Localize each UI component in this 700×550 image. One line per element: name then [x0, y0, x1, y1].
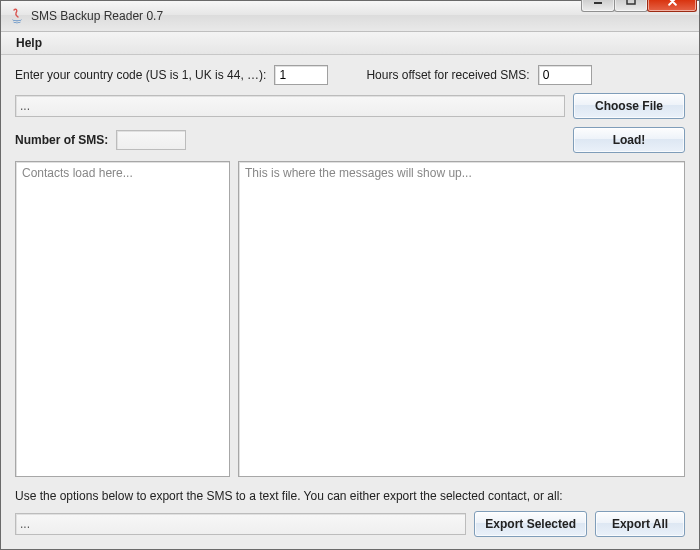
export-selected-button[interactable]: Export Selected: [474, 511, 587, 537]
menu-bar: Help: [1, 32, 699, 55]
window-title: SMS Backup Reader 0.7: [31, 9, 582, 23]
svg-rect-1: [627, 0, 635, 4]
sms-count-label: Number of SMS:: [15, 133, 108, 147]
contacts-placeholder: Contacts load here...: [22, 166, 133, 180]
load-button[interactable]: Load!: [573, 127, 685, 153]
close-button[interactable]: [647, 0, 697, 12]
hours-offset-label: Hours offset for received SMS:: [366, 68, 529, 82]
messages-view[interactable]: This is where the messages will show up.…: [238, 161, 685, 477]
main-panels: Contacts load here... This is where the …: [15, 161, 685, 477]
export-file-path-text: ...: [20, 517, 30, 531]
settings-row: Enter your country code (US is 1, UK is …: [15, 65, 685, 85]
file-chooser-row: ... Choose File: [15, 93, 685, 119]
export-instructions: Use the options below to export the SMS …: [15, 485, 685, 503]
content-area: Enter your country code (US is 1, UK is …: [1, 55, 699, 549]
export-row: ... Export Selected Export All: [15, 511, 685, 537]
export-all-button[interactable]: Export All: [595, 511, 685, 537]
maximize-button[interactable]: [614, 0, 648, 12]
country-code-label: Enter your country code (US is 1, UK is …: [15, 68, 266, 82]
load-row: Number of SMS: Load!: [15, 127, 685, 153]
export-file-path: ...: [15, 513, 466, 535]
country-code-input[interactable]: [274, 65, 328, 85]
minimize-button[interactable]: [581, 0, 615, 12]
titlebar[interactable]: SMS Backup Reader 0.7: [1, 1, 699, 32]
svg-rect-0: [594, 2, 602, 4]
window-controls: [582, 0, 697, 11]
menu-help[interactable]: Help: [7, 33, 51, 53]
app-window: SMS Backup Reader 0.7 Help Enter your co…: [0, 0, 700, 550]
java-app-icon: [9, 8, 25, 24]
input-file-path-text: ...: [20, 99, 30, 113]
contacts-list[interactable]: Contacts load here...: [15, 161, 230, 477]
hours-offset-input[interactable]: [538, 65, 592, 85]
choose-file-button[interactable]: Choose File: [573, 93, 685, 119]
input-file-path: ...: [15, 95, 565, 117]
messages-placeholder: This is where the messages will show up.…: [245, 166, 472, 180]
sms-count-value: [116, 130, 186, 150]
